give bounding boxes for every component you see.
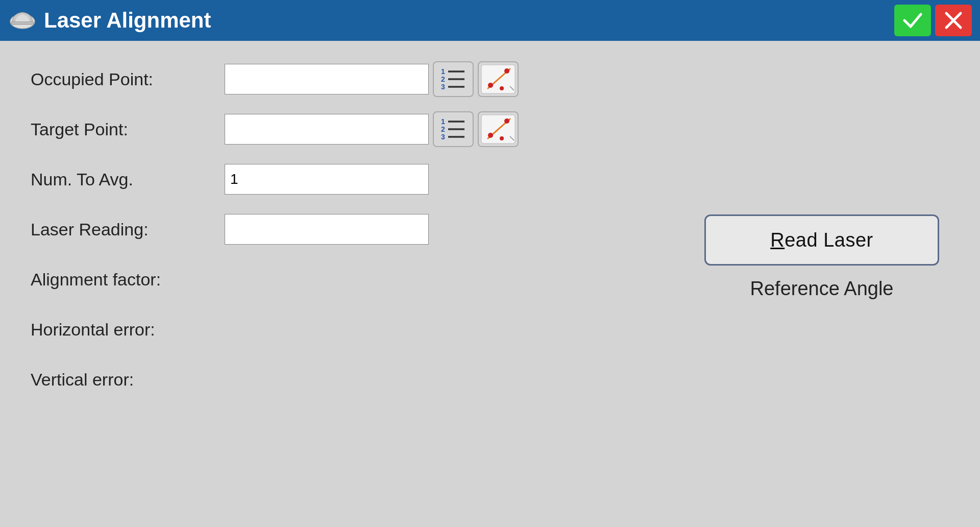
target-point-label: Target Point: (31, 119, 225, 139)
target-point-list-button[interactable]: 1 2 3 (433, 111, 474, 147)
svg-point-24 (488, 133, 493, 138)
target-point-input[interactable] (225, 114, 429, 145)
checkmark-icon (901, 9, 924, 32)
reference-angle-label: Reference Angle (750, 278, 894, 300)
svg-point-13 (504, 68, 509, 74)
occupied-point-label: Occupied Point: (31, 69, 225, 89)
svg-point-25 (504, 118, 509, 124)
laser-diagram-icon (480, 64, 516, 94)
num-to-avg-label: Num. To Avg. (31, 170, 225, 189)
svg-rect-1 (11, 21, 34, 25)
occupied-point-row: Occupied Point: 1 2 3 (31, 61, 949, 97)
svg-text:1: 1 (441, 67, 445, 76)
svg-point-26 (500, 136, 504, 140)
svg-text:3: 3 (441, 133, 445, 141)
laser-reading-label: Laser Reading: (31, 220, 225, 239)
vertical-error-label: Vertical error: (31, 370, 225, 390)
svg-text:2: 2 (441, 75, 445, 83)
num-to-avg-input[interactable] (225, 164, 429, 195)
horizontal-error-row: Horizontal error: (31, 312, 949, 347)
vertical-error-row: Vertical error: (31, 362, 949, 397)
read-laser-button[interactable]: Read Laser (704, 214, 939, 266)
target-point-row: Target Point: 1 2 3 (31, 111, 949, 147)
helmet-icon (8, 6, 37, 35)
cancel-button[interactable] (935, 5, 972, 36)
target-point-diagram-button[interactable] (478, 111, 519, 147)
num-to-avg-row: Num. To Avg. (31, 161, 949, 197)
svg-point-12 (488, 83, 493, 88)
svg-text:1: 1 (441, 117, 445, 126)
alignment-factor-label: Alignment factor: (31, 270, 225, 290)
list-icon: 1 2 3 (439, 65, 468, 93)
right-panel: Read Laser Reference Angle (704, 214, 939, 300)
app-title: Laser Alignment (44, 8, 211, 33)
ok-button[interactable] (894, 5, 931, 36)
horizontal-error-label: Horizontal error: (31, 320, 225, 340)
title-buttons (894, 5, 972, 36)
laser-diagram-icon-2 (480, 114, 516, 145)
title-bar: Laser Alignment (0, 0, 980, 41)
title-left: Laser Alignment (8, 6, 211, 35)
occupied-point-input[interactable] (225, 64, 429, 94)
occupied-point-diagram-button[interactable] (478, 61, 519, 97)
svg-point-14 (500, 86, 504, 90)
close-icon (942, 9, 965, 32)
svg-text:2: 2 (441, 125, 445, 133)
list-icon-2: 1 2 3 (439, 115, 468, 143)
laser-reading-input[interactable] (225, 214, 429, 245)
occupied-point-list-button[interactable]: 1 2 3 (433, 61, 474, 97)
svg-text:3: 3 (441, 83, 445, 91)
read-laser-label: Read Laser (770, 229, 873, 251)
